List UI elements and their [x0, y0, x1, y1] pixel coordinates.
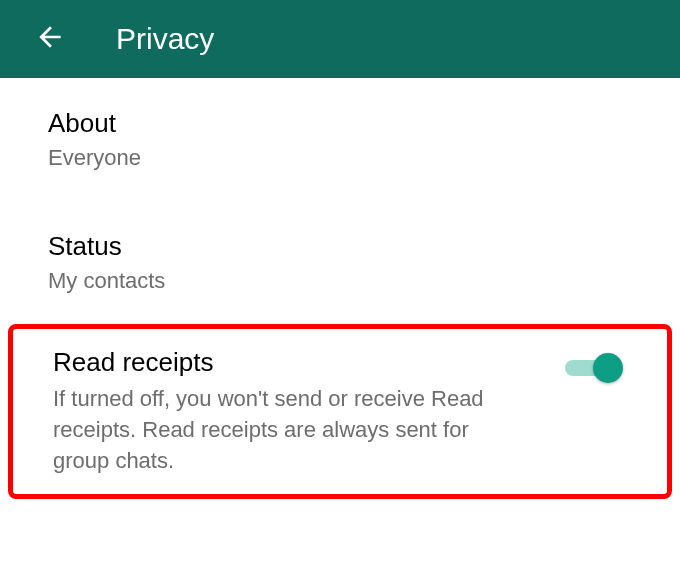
setting-read-receipts[interactable]: Read receipts If turned off, you won't s… [53, 347, 565, 476]
app-bar: Privacy [0, 0, 680, 78]
settings-list: About Everyone Status My contacts Read r… [0, 78, 680, 499]
setting-about-value: Everyone [48, 145, 632, 171]
setting-read-receipts-title: Read receipts [53, 347, 565, 378]
setting-status-value: My contacts [48, 268, 632, 294]
setting-status[interactable]: Status My contacts [0, 201, 680, 324]
page-title: Privacy [116, 22, 214, 56]
setting-read-receipts-description: If turned off, you won't send or receive… [53, 384, 513, 476]
setting-status-title: Status [48, 231, 632, 262]
setting-read-receipts-highlight: Read receipts If turned off, you won't s… [8, 324, 672, 499]
arrow-back-icon [34, 21, 66, 57]
toggle-thumb [593, 353, 623, 383]
setting-about[interactable]: About Everyone [0, 78, 680, 201]
setting-about-title: About [48, 108, 632, 139]
back-button[interactable] [26, 15, 74, 63]
read-receipts-toggle[interactable] [565, 353, 623, 383]
